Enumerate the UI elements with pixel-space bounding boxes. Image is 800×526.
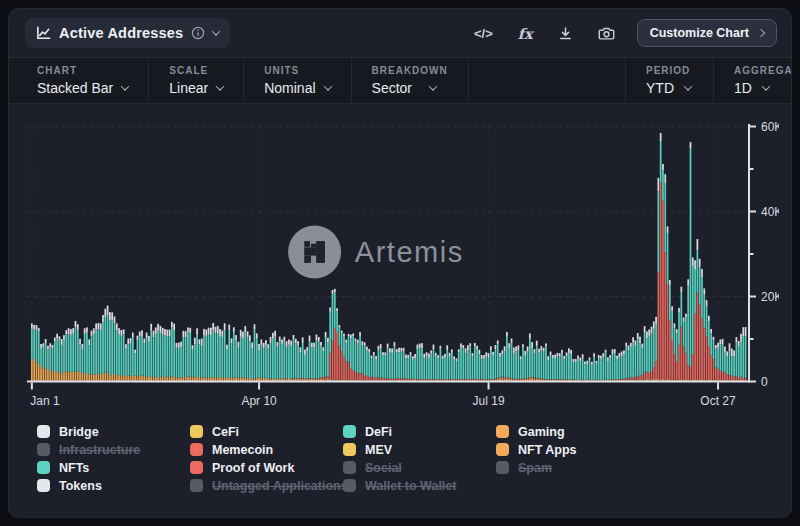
chart-line-icon xyxy=(36,26,51,41)
chart-svg[interactable]: 020K40K60KJan 1Apr 10Jul 19Oct 27 xyxy=(27,116,779,412)
header-toolbar: </> fx xyxy=(474,25,615,42)
x-axis-tick-label: Oct 27 xyxy=(700,394,736,408)
control-period[interactable]: PERIOD YTD xyxy=(625,58,713,103)
legend-swatch-icon xyxy=(496,461,509,474)
legend-swatch-icon xyxy=(343,461,356,474)
legend-item-social[interactable]: Social xyxy=(343,461,496,474)
legend-label: Spam xyxy=(518,461,552,475)
legend-swatch-icon xyxy=(37,461,50,474)
legend-label: Wallet to Wallet xyxy=(365,479,456,493)
control-label: CHART xyxy=(37,65,128,76)
legend-label: DeFi xyxy=(365,425,392,439)
controls-bar: CHART Stacked Bar SCALE Linear UNITS Nom… xyxy=(9,57,791,104)
y-axis-tick-label: 40K xyxy=(761,205,779,219)
chevron-down-icon xyxy=(216,82,224,90)
control-label: AGGREGATE xyxy=(734,65,771,76)
chart-area: 020K40K60KJan 1Apr 10Jul 19Oct 27 Artemi… xyxy=(27,116,777,412)
legend-item-infrastructure[interactable]: Infrastructure xyxy=(37,443,190,456)
control-aggregate[interactable]: AGGREGATE 1D xyxy=(713,58,791,103)
legend-swatch-icon xyxy=(343,443,356,456)
legend-column: BridgeInfrastructureNFTsTokens xyxy=(37,425,190,492)
legend-label: NFTs xyxy=(59,461,89,475)
y-axis-tick-label: 60K xyxy=(761,120,779,134)
legend-item-wallet-to-wallet[interactable]: Wallet to Wallet xyxy=(343,479,496,492)
x-axis-tick-label: Apr 10 xyxy=(241,394,277,408)
legend-item-memecoin[interactable]: Memecoin xyxy=(190,443,343,456)
x-axis-tick-label: Jul 19 xyxy=(473,394,505,408)
control-label: BREAKDOWN xyxy=(372,65,448,76)
x-axis-tick-label: Jan 1 xyxy=(30,394,60,408)
control-scale[interactable]: SCALE Linear xyxy=(149,58,244,103)
code-icon[interactable]: </> xyxy=(474,26,493,41)
legend-item-spam[interactable]: Spam xyxy=(496,461,649,474)
control-label: PERIOD xyxy=(646,65,693,76)
legend-swatch-icon xyxy=(343,425,356,438)
legend-swatch-icon xyxy=(190,461,203,474)
legend-label: Memecoin xyxy=(212,443,273,457)
chevron-down-icon xyxy=(684,82,692,90)
info-icon[interactable] xyxy=(191,26,205,40)
legend-item-nfts[interactable]: NFTs xyxy=(37,461,190,474)
chevron-down-icon xyxy=(762,82,770,90)
legend-swatch-icon xyxy=(496,425,509,438)
chevron-down-icon xyxy=(429,82,437,90)
legend-label: Gaming xyxy=(518,425,565,439)
control-value: Sector xyxy=(372,80,412,96)
metric-selector[interactable]: Active Addresses xyxy=(25,18,230,48)
legend-item-nft-apps[interactable]: NFT Apps xyxy=(496,443,649,456)
legend-item-bridge[interactable]: Bridge xyxy=(37,425,190,438)
legend-swatch-icon xyxy=(190,479,203,492)
legend-label: Infrastructure xyxy=(59,443,140,457)
control-chart-type[interactable]: CHART Stacked Bar xyxy=(9,58,149,103)
header: Active Addresses </> fx xyxy=(9,9,791,57)
legend-column: GamingNFT AppsSpam xyxy=(496,425,649,492)
legend-item-untagged-applications[interactable]: Untagged Applications xyxy=(190,479,343,492)
legend: BridgeInfrastructureNFTsTokensCeFiMemeco… xyxy=(37,425,791,492)
chevron-right-icon xyxy=(757,29,765,37)
page-title: Active Addresses xyxy=(59,25,183,41)
legend-item-gaming[interactable]: Gaming xyxy=(496,425,649,438)
legend-label: MEV xyxy=(365,443,392,457)
controls-spacer xyxy=(469,58,625,103)
legend-item-defi[interactable]: DeFi xyxy=(343,425,496,438)
control-value: YTD xyxy=(646,80,674,96)
legend-item-mev[interactable]: MEV xyxy=(343,443,496,456)
customize-chart-label: Customize Chart xyxy=(650,26,749,40)
y-axis-tick-label: 20K xyxy=(761,290,779,304)
control-value: Nominal xyxy=(264,80,315,96)
legend-label: Bridge xyxy=(59,425,99,439)
chart-card: Active Addresses </> fx xyxy=(8,8,792,518)
control-label: SCALE xyxy=(169,65,223,76)
download-icon[interactable] xyxy=(558,26,573,41)
control-value: Stacked Bar xyxy=(37,80,113,96)
control-value: Linear xyxy=(169,80,208,96)
legend-label: Proof of Work xyxy=(212,461,294,475)
function-icon[interactable]: fx xyxy=(518,25,533,42)
legend-swatch-icon xyxy=(37,443,50,456)
control-units[interactable]: UNITS Nominal xyxy=(244,58,351,103)
legend-swatch-icon xyxy=(496,443,509,456)
legend-column: CeFiMemecoinProof of WorkUntagged Applic… xyxy=(190,425,343,492)
legend-item-cefi[interactable]: CeFi xyxy=(190,425,343,438)
legend-item-tokens[interactable]: Tokens xyxy=(37,479,190,492)
legend-label: CeFi xyxy=(212,425,239,439)
camera-icon[interactable] xyxy=(598,26,615,41)
legend-label: Tokens xyxy=(59,479,102,493)
y-axis-tick-label: 0 xyxy=(761,375,768,389)
chevron-down-icon xyxy=(212,27,220,35)
legend-swatch-icon xyxy=(190,443,203,456)
legend-swatch-icon xyxy=(37,479,50,492)
legend-label: Social xyxy=(365,461,402,475)
control-label: UNITS xyxy=(264,65,330,76)
control-breakdown[interactable]: BREAKDOWN Sector xyxy=(352,58,469,103)
legend-swatch-icon xyxy=(343,479,356,492)
legend-item-proof-of-work[interactable]: Proof of Work xyxy=(190,461,343,474)
legend-swatch-icon xyxy=(190,425,203,438)
customize-chart-button[interactable]: Customize Chart xyxy=(637,19,777,47)
legend-column: DeFiMEVSocialWallet to Wallet xyxy=(343,425,496,492)
legend-label: Untagged Applications xyxy=(212,479,348,493)
chevron-down-icon xyxy=(121,82,129,90)
legend-label: NFT Apps xyxy=(518,443,577,457)
legend-swatch-icon xyxy=(37,425,50,438)
control-value: 1D xyxy=(734,80,752,96)
